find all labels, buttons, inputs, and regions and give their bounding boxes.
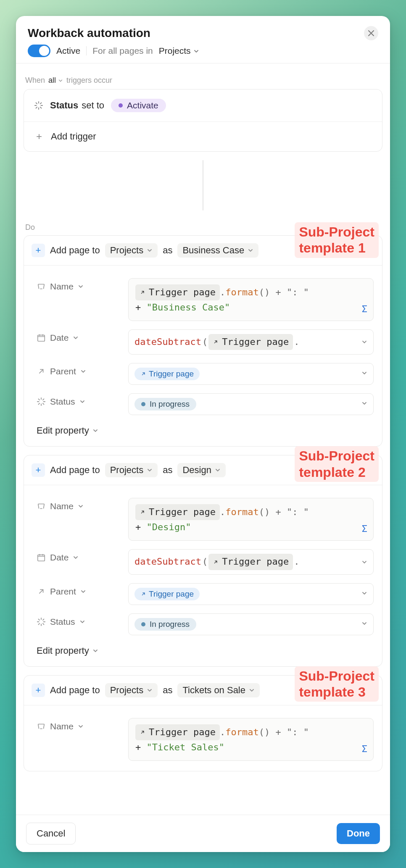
trigger-value-chip: Activate: [111, 99, 166, 112]
status-pill: In progress: [134, 618, 196, 631]
plus-icon: +: [34, 132, 44, 142]
svg-rect-17: [38, 555, 45, 561]
chevron-down-icon: [193, 46, 199, 56]
formula-button[interactable]: Σ: [362, 302, 367, 316]
do-section-label: Do: [25, 223, 382, 232]
svg-line-12: [43, 403, 44, 405]
scope-selector[interactable]: Projects: [159, 46, 199, 56]
as-label: as: [163, 245, 172, 256]
active-label: Active: [56, 46, 80, 56]
trigger-page-chip: Trigger page: [135, 504, 220, 520]
trigger-page-chip: Trigger page: [208, 334, 293, 350]
parent-value-select[interactable]: Trigger page: [128, 583, 374, 605]
action-card: Sub-Projecttemplate 2 + Add page to Proj…: [24, 455, 382, 666]
property-row: Name Trigger page.format() + ": " + "Tic…: [37, 718, 374, 761]
done-button[interactable]: Done: [337, 823, 380, 844]
scope-prefix: For all pages in: [92, 46, 153, 56]
svg-line-21: [43, 623, 44, 624]
trigger-page-chip: Trigger page: [208, 554, 293, 570]
properties-block: Name Trigger page.format() + ": " + "Des…: [24, 485, 382, 666]
cancel-button[interactable]: Cancel: [26, 823, 76, 844]
scope-target: Projects: [159, 46, 191, 56]
property-row: Name Trigger page.format() + ": " + "Des…: [37, 498, 374, 541]
properties-block: Name Trigger page.format() + ": " + "Bus…: [24, 265, 382, 446]
as-label: as: [163, 685, 172, 696]
svg-line-24: [38, 623, 40, 624]
chevron-down-icon: [361, 621, 367, 628]
parent-value-select[interactable]: Trigger page: [128, 363, 374, 385]
trigger-page-chip: Trigger page: [135, 284, 220, 300]
add-page-prefix: Add page to: [50, 465, 100, 476]
svg-rect-8: [38, 335, 45, 342]
trigger-mode-selector[interactable]: all: [48, 76, 63, 85]
formula-button[interactable]: Σ: [362, 742, 367, 756]
name-property[interactable]: Name: [37, 718, 121, 731]
action-card: Sub-Projecttemplate 3 + Add page to Proj…: [24, 675, 382, 771]
name-property[interactable]: Name: [37, 498, 121, 511]
as-label: as: [163, 465, 172, 476]
chevron-down-icon: [361, 370, 367, 378]
trigger-page-pill: Trigger page: [134, 588, 200, 600]
parent-property[interactable]: Parent: [37, 363, 121, 376]
trigger-mode-value: all: [48, 76, 56, 85]
template-select[interactable]: Tickets on Sale: [177, 683, 260, 697]
panel-footer: Cancel Done: [16, 815, 390, 852]
add-trigger-button[interactable]: + Add trigger: [24, 121, 382, 151]
when-prefix: When: [25, 76, 45, 85]
template-select[interactable]: Business Case: [177, 243, 258, 258]
property-row: Date dateSubtract(Trigger page.: [37, 329, 374, 355]
svg-line-6: [36, 107, 37, 108]
add-page-prefix: Add page to: [50, 685, 100, 696]
active-toggle[interactable]: [28, 45, 50, 57]
status-value-select[interactable]: In progress: [128, 613, 374, 635]
close-button[interactable]: [364, 26, 378, 40]
property-row: Parent Trigger page: [37, 583, 374, 605]
database-select[interactable]: Projects: [105, 683, 158, 697]
trigger-page-pill: Trigger page: [134, 368, 200, 380]
status-property[interactable]: Status: [37, 613, 121, 627]
date-property[interactable]: Date: [37, 549, 121, 563]
automation-title: Workback automation: [28, 26, 364, 40]
date-formula[interactable]: dateSubtract(Trigger page.: [128, 329, 374, 355]
status-dot-icon: [119, 103, 123, 108]
automation-panel: Workback automation Active For all pages…: [16, 16, 390, 852]
panel-header: Workback automation Active For all pages…: [16, 16, 390, 63]
svg-line-7: [40, 103, 42, 104]
name-property[interactable]: Name: [37, 278, 121, 292]
status-spinner-icon: [34, 101, 43, 110]
edit-property-button[interactable]: Edit property: [37, 645, 98, 656]
plus-badge-icon: +: [32, 463, 45, 477]
status-property[interactable]: Status: [37, 393, 121, 407]
parent-property[interactable]: Parent: [37, 583, 121, 597]
formula-button[interactable]: Σ: [362, 522, 367, 536]
triggers-header: When all triggers occur: [24, 63, 382, 89]
panel-body: When all triggers occur Status set to Ac…: [16, 63, 390, 815]
name-formula[interactable]: Trigger page.format() + ": " + "Ticket S…: [128, 718, 374, 761]
database-select[interactable]: Projects: [105, 243, 158, 258]
properties-block: Name Trigger page.format() + ": " + "Tic…: [24, 705, 382, 771]
edit-property-button[interactable]: Edit property: [37, 425, 98, 436]
date-property[interactable]: Date: [37, 329, 121, 343]
action-header: + Add page to Projects as Business Case: [24, 236, 382, 265]
svg-line-15: [38, 403, 40, 405]
property-row: Parent Trigger page: [37, 363, 374, 385]
svg-line-11: [38, 399, 40, 400]
when-suffix: triggers occur: [66, 76, 112, 85]
close-icon: [368, 30, 374, 36]
database-select[interactable]: Projects: [105, 463, 158, 477]
chevron-down-icon: [361, 555, 367, 569]
date-formula[interactable]: dateSubtract(Trigger page.: [128, 549, 374, 574]
name-formula[interactable]: Trigger page.format() + ": " + "Business…: [128, 278, 374, 321]
status-value-select[interactable]: In progress: [128, 393, 374, 415]
triggers-card: Status set to Activate + Add trigger: [24, 89, 382, 152]
action-header: + Add page to Projects as Design: [24, 455, 382, 485]
svg-line-20: [38, 619, 40, 620]
trigger-property: Status: [50, 100, 78, 111]
name-formula[interactable]: Trigger page.format() + ": " + "Design" …: [128, 498, 374, 541]
svg-line-16: [43, 399, 44, 400]
status-pill: In progress: [134, 398, 196, 410]
template-select[interactable]: Design: [177, 463, 225, 477]
chevron-down-icon: [361, 400, 367, 408]
trigger-condition[interactable]: Status set to Activate: [24, 89, 382, 121]
flow-connector: [24, 160, 382, 210]
